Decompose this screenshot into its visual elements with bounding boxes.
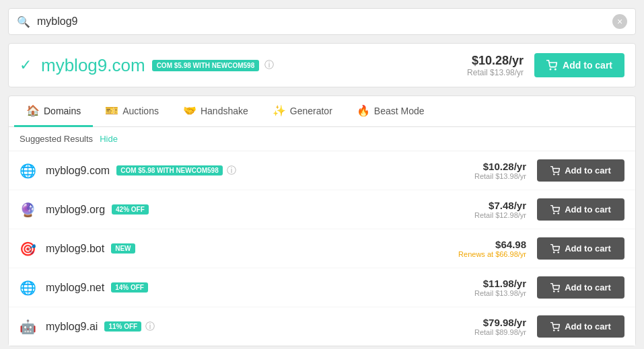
featured-add-to-cart-button[interactable]: Add to cart [534, 53, 624, 77]
tabs: 🏠 Domains 🎫 Auctions 🤝 Handshake ✨ Gener… [9, 96, 635, 127]
svg-point-2 [554, 173, 554, 174]
generator-tab-icon: ✨ [273, 104, 286, 117]
handshake-tab-icon: 🤝 [183, 104, 196, 117]
domain-icon-2: 🎯 [20, 241, 36, 257]
featured-info-icon[interactable]: ⓘ [264, 59, 274, 71]
domain-badge-0: COM $5.98 WITH NEWCOM598 [116, 165, 223, 176]
table-row: 🔮 myblog9.org 42% OFF $7.48/yr Retail $1… [9, 190, 635, 229]
svg-point-5 [558, 212, 559, 213]
cart-icon-4 [550, 322, 560, 332]
search-icon: 🔍 [17, 15, 30, 28]
domain-name-0: myblog9.com [46, 165, 110, 177]
featured-price-block: $10.28/yr Retail $13.98/yr [467, 54, 524, 77]
table-row: 🌐 myblog9.com COM $5.98 WITH NEWCOM598 ⓘ… [9, 151, 635, 190]
domain-badge-4: 11% OFF [104, 321, 141, 332]
tab-handshake[interactable]: 🤝 Handshake [171, 96, 260, 127]
add-to-cart-button-3[interactable]: Add to cart [537, 276, 624, 299]
domain-icon-0: 🌐 [20, 163, 36, 179]
featured-promo-badge: COM $5.98 WITH NEWCOM598 [152, 60, 260, 71]
featured-result: ✓ myblog9.com COM $5.98 WITH NEWCOM598 ⓘ… [8, 43, 636, 87]
domain-icon-1: 🔮 [20, 202, 36, 218]
add-to-cart-button-4[interactable]: Add to cart [537, 315, 624, 338]
domain-badge-1: 42% OFF [112, 204, 149, 215]
domain-info-icon-4[interactable]: ⓘ [145, 321, 155, 333]
page: 🔍 × ✓ myblog9.com COM $5.98 WITH NEWCOM5… [0, 0, 644, 349]
add-to-cart-button-0[interactable]: Add to cart [537, 159, 624, 182]
cart-icon-2 [550, 244, 560, 254]
results-container: 🏠 Domains 🎫 Auctions 🤝 Handshake ✨ Gener… [8, 95, 636, 346]
price-retail-4: Retail $89.98/yr [466, 328, 526, 336]
svg-point-8 [554, 290, 554, 291]
domain-name-4: myblog9.ai [46, 321, 98, 333]
price-main-4: $79.98/yr [466, 317, 526, 328]
tab-domains[interactable]: 🏠 Domains [14, 96, 93, 127]
domain-price-0: $10.28/yr Retail $13.98/yr [466, 161, 526, 180]
domain-price-3: $11.98/yr Retail $13.98/yr [466, 278, 526, 297]
price-main-3: $11.98/yr [466, 278, 526, 289]
check-icon: ✓ [20, 56, 32, 74]
domain-badge-2: NEW [111, 243, 135, 254]
svg-point-6 [554, 251, 554, 252]
price-renews-2: Renews at $66.98/yr [458, 250, 526, 258]
featured-domain-name: myblog9.com [41, 55, 145, 76]
domain-icon-3: 🌐 [20, 280, 36, 296]
svg-point-9 [558, 290, 559, 291]
hide-link[interactable]: Hide [100, 134, 118, 144]
price-retail-1: Retail $12.98/yr [466, 211, 526, 219]
domain-name-1: myblog9.org [46, 204, 105, 216]
svg-point-4 [554, 212, 554, 213]
table-row: 🤖 myblog9.ai 11% OFF ⓘ $79.98/yr Retail … [9, 307, 635, 346]
domain-badge-3: 14% OFF [111, 282, 148, 293]
table-row: 🌐 myblog9.net 14% OFF $11.98/yr Retail $… [9, 268, 635, 307]
price-retail-3: Retail $13.98/yr [466, 289, 526, 297]
domains-tab-icon: 🏠 [26, 104, 40, 117]
svg-point-11 [558, 329, 559, 330]
tab-auctions[interactable]: 🎫 Auctions [93, 96, 171, 127]
svg-point-3 [558, 173, 559, 174]
table-row: 🎯 myblog9.bot NEW $64.98 Renews at $66.9… [9, 229, 635, 268]
featured-price-main: $10.28/yr [467, 54, 524, 68]
auctions-tab-icon: 🎫 [105, 104, 118, 117]
domain-name-3: myblog9.net [46, 282, 104, 294]
price-main-0: $10.28/yr [466, 161, 526, 172]
svg-point-0 [550, 69, 550, 69]
domain-icon-4: 🤖 [20, 319, 36, 335]
price-main-2: $64.98 [458, 239, 526, 250]
tab-beast-mode[interactable]: 🔥 Beast Mode [345, 96, 437, 127]
search-bar: 🔍 × [8, 8, 636, 35]
domain-price-2: $64.98 Renews at $66.98/yr [458, 239, 526, 258]
beast-mode-tab-icon: 🔥 [357, 104, 370, 117]
svg-point-10 [554, 329, 554, 330]
search-clear-button[interactable]: × [612, 14, 627, 29]
suggested-header: Suggested Results Hide [9, 127, 635, 151]
search-input[interactable] [37, 15, 612, 28]
svg-point-7 [558, 251, 559, 252]
domain-price-4: $79.98/yr Retail $89.98/yr [466, 317, 526, 336]
add-to-cart-button-1[interactable]: Add to cart [537, 198, 624, 221]
domain-info-icon-0[interactable]: ⓘ [227, 165, 236, 177]
add-to-cart-button-2[interactable]: Add to cart [537, 237, 624, 260]
price-retail-0: Retail $13.98/yr [466, 172, 526, 180]
cart-icon-3 [550, 283, 560, 293]
cart-icon-1 [550, 205, 560, 215]
domain-name-2: myblog9.bot [46, 243, 104, 255]
tab-generator[interactable]: ✨ Generator [260, 96, 345, 127]
svg-point-1 [555, 69, 556, 69]
domain-price-1: $7.48/yr Retail $12.98/yr [466, 200, 526, 219]
suggested-label: Suggested Results [20, 134, 93, 144]
cart-icon [546, 60, 557, 71]
featured-price-retail: Retail $13.98/yr [467, 68, 524, 77]
cart-icon-0 [550, 166, 560, 176]
price-main-1: $7.48/yr [466, 200, 526, 211]
